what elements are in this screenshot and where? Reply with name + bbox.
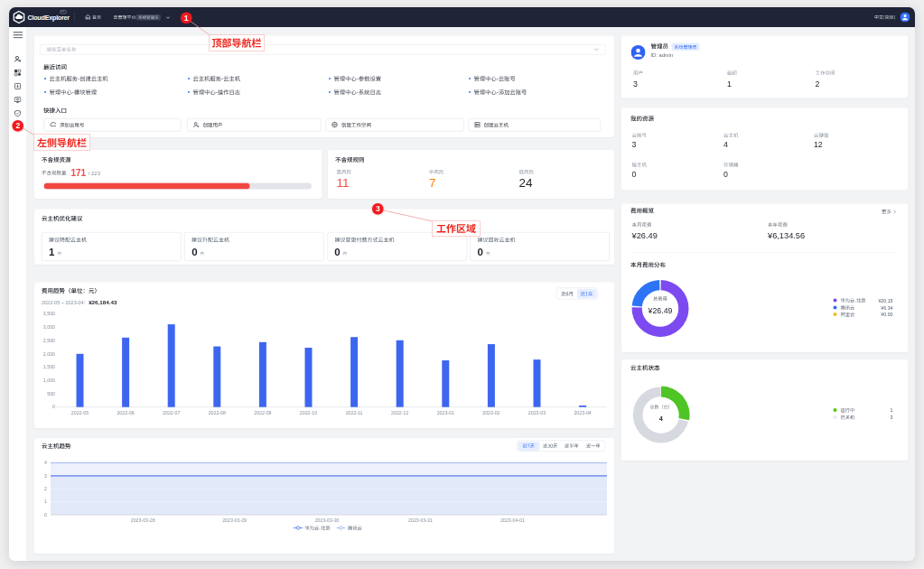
svg-text:2023-03-28: 2023-03-28	[131, 518, 155, 523]
svg-text:2,000: 2,000	[43, 351, 55, 357]
svg-text:2023-04-01: 2023-04-01	[500, 518, 525, 523]
svg-text:0: 0	[52, 404, 55, 409]
svg-text:3,500: 3,500	[43, 311, 55, 316]
svg-text:2023-03-30: 2023-03-30	[315, 518, 340, 523]
svg-text:3,000: 3,000	[43, 324, 55, 330]
svg-text:4: 4	[44, 460, 47, 465]
svg-text:2023-02: 2023-02	[482, 410, 499, 415]
svg-text:1: 1	[44, 499, 47, 504]
svg-text:3: 3	[44, 473, 47, 479]
svg-text:1,000: 1,000	[43, 378, 55, 383]
svg-text:2022-05: 2022-05	[71, 410, 89, 415]
svg-text:2: 2	[44, 486, 47, 491]
svg-text:2,500: 2,500	[43, 338, 55, 343]
svg-text:2023-03: 2023-03	[528, 410, 546, 415]
svg-text:0: 0	[44, 512, 47, 518]
svg-text:2023-04: 2023-04	[574, 410, 591, 415]
svg-text:2022-06: 2022-06	[117, 410, 134, 415]
svg-text:2022-12: 2022-12	[391, 410, 408, 415]
svg-text:2023-03-29: 2023-03-29	[222, 518, 247, 523]
svg-text:1,500: 1,500	[43, 364, 55, 369]
svg-text:2023-03-31: 2023-03-31	[408, 518, 433, 523]
svg-text:2022-08: 2022-08	[209, 410, 226, 415]
svg-text:2022-10: 2022-10	[300, 410, 317, 415]
svg-text:2023-01: 2023-01	[437, 410, 454, 415]
svg-text:2022-11: 2022-11	[346, 410, 363, 415]
svg-text:2022-07: 2022-07	[163, 410, 180, 415]
svg-text:2022-09: 2022-09	[254, 410, 271, 415]
svg-text:500: 500	[47, 391, 55, 396]
